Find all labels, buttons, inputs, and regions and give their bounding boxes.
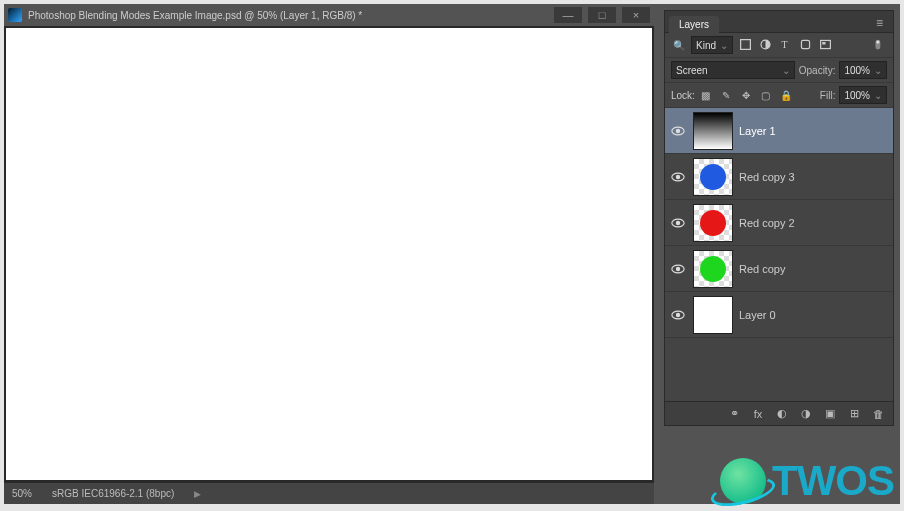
fill-input[interactable]: 100% ⌄: [839, 86, 887, 104]
chevron-down-icon: ⌄: [874, 90, 882, 101]
svg-rect-0: [740, 39, 750, 49]
link-layers-icon[interactable]: ⚭: [727, 407, 741, 420]
statusbar: 50% sRGB IEC61966-2.1 (8bpc) ▶: [4, 482, 654, 504]
search-icon: 🔍: [671, 40, 687, 51]
layer-style-icon[interactable]: fx: [751, 408, 765, 420]
svg-point-13: [676, 220, 680, 224]
filter-smartobject-icon[interactable]: [817, 38, 833, 53]
adjustment-layer-icon[interactable]: ◑: [799, 407, 813, 420]
layer-row[interactable]: Red copy 2: [665, 200, 893, 246]
layer-row[interactable]: Layer 1: [665, 108, 893, 154]
layer-thumbnail: [693, 204, 733, 242]
opacity-label: Opacity:: [799, 65, 836, 76]
panels-area: Layers ≡ 🔍 Kind ⌄ T Screen ⌄: [664, 4, 900, 504]
watermark-text: TWOS: [772, 457, 894, 505]
visibility-toggle-icon[interactable]: [669, 260, 687, 278]
tab-layers[interactable]: Layers: [669, 16, 719, 33]
layer-filter-row: 🔍 Kind ⌄ T: [665, 33, 893, 58]
close-button[interactable]: ×: [622, 7, 650, 23]
visibility-toggle-icon[interactable]: [669, 214, 687, 232]
layer-thumbnail: [693, 296, 733, 334]
app-icon: [8, 8, 22, 22]
blend-mode-select[interactable]: Screen ⌄: [671, 61, 795, 79]
lock-transparent-icon[interactable]: ▩: [699, 90, 713, 101]
layers-list: Layer 1Red copy 3Red copy 2Red copyLayer…: [665, 108, 893, 401]
chevron-down-icon: ⌄: [782, 65, 790, 76]
svg-point-9: [676, 128, 680, 132]
titlebar[interactable]: Photoshop Blending Modes Example Image.p…: [4, 4, 654, 26]
visibility-toggle-icon[interactable]: [669, 122, 687, 140]
document-title: Photoshop Blending Modes Example Image.p…: [28, 10, 554, 21]
filter-kind-select[interactable]: Kind ⌄: [691, 36, 733, 54]
panel-tabs: Layers ≡: [665, 11, 893, 33]
chevron-down-icon: ⌄: [874, 65, 882, 76]
fill-label: Fill:: [820, 90, 836, 101]
document-window: Photoshop Blending Modes Example Image.p…: [4, 4, 654, 504]
color-profile: sRGB IEC61966-2.1 (8bpc): [52, 488, 174, 499]
lock-pixels-icon[interactable]: ✎: [719, 90, 733, 101]
chevron-down-icon: ⌄: [720, 40, 728, 51]
layer-name[interactable]: Red copy 3: [739, 171, 795, 183]
lock-row: Lock: ▩ ✎ ✥ ▢ 🔒 Fill: 100% ⌄: [665, 83, 893, 108]
filter-pixel-icon[interactable]: [737, 38, 753, 53]
globe-icon: [720, 458, 766, 504]
layer-thumbnail: [693, 158, 733, 196]
filter-type-icon[interactable]: T: [777, 38, 793, 53]
filter-kind-label: Kind: [696, 40, 716, 51]
svg-point-7: [876, 40, 879, 43]
layer-name[interactable]: Red copy: [739, 263, 785, 275]
lock-label: Lock:: [671, 90, 695, 101]
delete-layer-icon[interactable]: 🗑: [871, 408, 885, 420]
layer-row[interactable]: Red copy 3: [665, 154, 893, 200]
layer-name[interactable]: Layer 0: [739, 309, 776, 321]
blend-mode-value: Screen: [676, 65, 708, 76]
svg-rect-5: [822, 42, 825, 44]
layer-name[interactable]: Red copy 2: [739, 217, 795, 229]
fill-value: 100%: [844, 90, 870, 101]
lock-artboard-icon[interactable]: ▢: [759, 90, 773, 101]
zoom-level[interactable]: 50%: [12, 488, 32, 499]
canvas[interactable]: [6, 28, 652, 480]
layer-thumbnail: [693, 250, 733, 288]
layer-mask-icon[interactable]: ◐: [775, 407, 789, 420]
maximize-button[interactable]: □: [588, 7, 616, 23]
svg-rect-3: [801, 40, 809, 48]
layer-row[interactable]: Red copy: [665, 246, 893, 292]
new-layer-icon[interactable]: ⊞: [847, 407, 861, 420]
minimize-button[interactable]: —: [554, 7, 582, 23]
visibility-toggle-icon[interactable]: [669, 306, 687, 324]
layer-name[interactable]: Layer 1: [739, 125, 776, 137]
statusbar-chevron-icon[interactable]: ▶: [194, 489, 201, 499]
svg-point-11: [676, 174, 680, 178]
svg-text:T: T: [781, 38, 787, 49]
group-icon[interactable]: ▣: [823, 407, 837, 420]
watermark: TWOS: [720, 457, 894, 505]
filter-adjustment-icon[interactable]: [757, 38, 773, 53]
layers-panel: Layers ≡ 🔍 Kind ⌄ T Screen ⌄: [664, 10, 894, 426]
lock-position-icon[interactable]: ✥: [739, 90, 753, 101]
opacity-input[interactable]: 100% ⌄: [839, 61, 887, 79]
filter-toggle-icon[interactable]: [871, 38, 887, 53]
blue-circle: [276, 58, 576, 358]
blend-mode-row: Screen ⌄ Opacity: 100% ⌄: [665, 58, 893, 83]
visibility-toggle-icon[interactable]: [669, 168, 687, 186]
svg-point-17: [676, 312, 680, 316]
panel-menu-icon[interactable]: ≡: [870, 14, 889, 32]
layer-thumbnail: [693, 112, 733, 150]
layer-row[interactable]: Layer 0: [665, 292, 893, 338]
svg-point-15: [676, 266, 680, 270]
lock-all-icon[interactable]: 🔒: [779, 90, 793, 101]
filter-shape-icon[interactable]: [797, 38, 813, 53]
layers-panel-footer: ⚭ fx ◐ ◑ ▣ ⊞ 🗑: [665, 401, 893, 425]
canvas-area[interactable]: [4, 26, 654, 482]
opacity-value: 100%: [844, 65, 870, 76]
